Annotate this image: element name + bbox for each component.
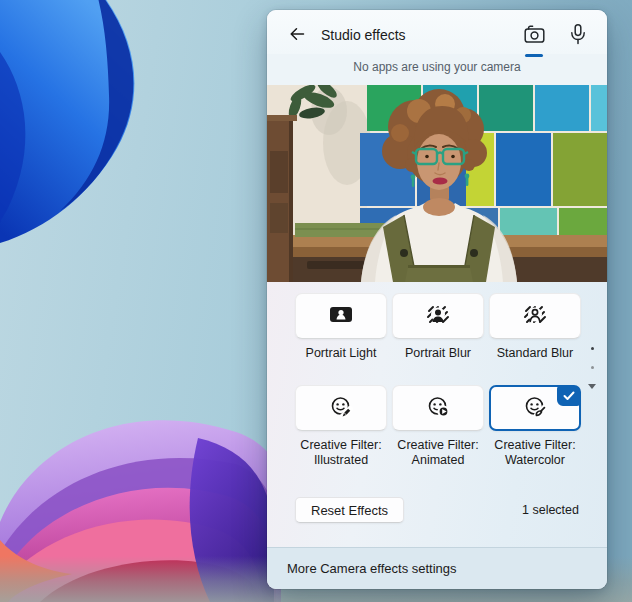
camera-icon [523, 23, 546, 48]
camera-status-text: No apps are using your camera [267, 54, 607, 85]
selected-check-badge [557, 386, 580, 406]
filter-animated-icon [427, 396, 450, 421]
standard-blur-icon [523, 305, 547, 327]
effect-label: Creative Filter: Animated [386, 438, 490, 468]
effect-tile-filter-watercolor[interactable] [489, 385, 581, 431]
preview-cabinet [267, 115, 297, 282]
scroll-down-arrow-icon[interactable] [588, 384, 596, 389]
effect-tile-filter-animated[interactable] [392, 385, 484, 431]
arrow-left-icon [288, 25, 306, 46]
microphone-icon [567, 23, 589, 48]
more-settings-link[interactable]: More Camera effects settings [267, 547, 607, 589]
effects-grid: Portrait Light Port [267, 282, 607, 468]
scrollbar[interactable] [588, 347, 596, 389]
page-title: Studio effects [321, 27, 519, 43]
portrait-light-icon [329, 304, 353, 328]
effect-label: Creative Filter: Illustrated [289, 438, 393, 468]
effects-area: Portrait Light Port [267, 282, 607, 547]
camera-preview-image [267, 85, 607, 282]
effect-label: Creative Filter: Watercolor [483, 438, 587, 468]
selected-count: 1 selected [522, 503, 579, 517]
filter-illustrated-icon [330, 396, 353, 421]
effect-label: Portrait Light [289, 346, 393, 361]
effect-tile-portrait-light[interactable] [295, 293, 387, 339]
reset-effects-button[interactable]: Reset Effects [295, 497, 404, 523]
portrait-blur-icon [426, 305, 450, 327]
effect-tile-standard-blur[interactable] [489, 293, 581, 339]
back-button[interactable] [283, 21, 311, 49]
tab-microphone[interactable] [563, 20, 593, 50]
panel-header: Studio effects [267, 10, 607, 54]
actions-row: Reset Effects 1 selected [295, 497, 579, 523]
filter-watercolor-icon [524, 396, 547, 421]
scrollbar-thumb-dot[interactable] [591, 366, 594, 369]
effect-label: Portrait Blur [386, 346, 490, 361]
effect-tile-portrait-blur[interactable] [392, 293, 484, 339]
effect-tile-filter-illustrated[interactable] [295, 385, 387, 431]
tab-camera[interactable] [519, 20, 549, 50]
selected-tab-indicator [525, 54, 543, 57]
effect-label: Standard Blur [483, 346, 587, 361]
studio-effects-panel: Studio effects [267, 10, 607, 589]
scrollbar-thumb-dot[interactable] [591, 347, 594, 350]
device-tabs [519, 20, 593, 50]
